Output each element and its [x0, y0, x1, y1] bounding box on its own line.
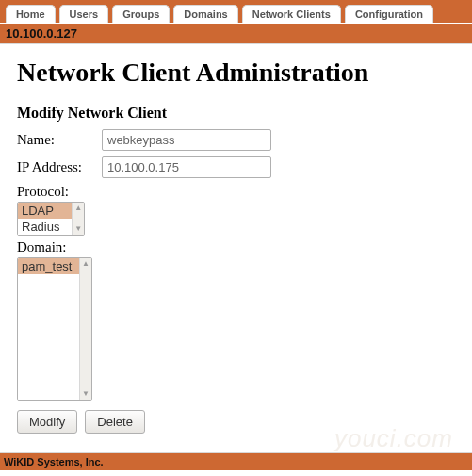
scroll-down-icon[interactable]: ▼: [73, 223, 84, 235]
name-label: Name:: [17, 132, 102, 148]
domain-label: Domain:: [17, 239, 455, 255]
tab-users[interactable]: Users: [59, 5, 109, 23]
ip-input[interactable]: [102, 156, 271, 178]
tab-groups[interactable]: Groups: [112, 5, 170, 23]
scroll-down-icon[interactable]: ▼: [80, 388, 91, 400]
scrollbar[interactable]: ▲ ▼: [72, 203, 84, 235]
tab-network-clients[interactable]: Network Clients: [242, 5, 341, 23]
protocol-option[interactable]: Radius: [18, 219, 72, 235]
delete-button[interactable]: Delete: [85, 410, 145, 434]
scroll-up-icon[interactable]: ▲: [73, 203, 84, 214]
tab-configuration[interactable]: Configuration: [345, 5, 433, 23]
name-input[interactable]: [102, 129, 271, 151]
footer-company: WiKID Systems, Inc.: [0, 452, 472, 471]
protocol-select[interactable]: LDAP Radius: [18, 203, 72, 235]
scrollbar[interactable]: ▲ ▼: [79, 258, 91, 400]
tab-domains[interactable]: Domains: [173, 5, 237, 23]
scroll-up-icon[interactable]: ▲: [80, 258, 91, 270]
ip-bar: 10.100.0.127: [0, 23, 472, 44]
protocol-option[interactable]: LDAP: [18, 203, 72, 219]
domain-option[interactable]: pam_test: [18, 258, 79, 274]
page-title: Network Client Administration: [17, 57, 455, 88]
modify-button[interactable]: Modify: [17, 410, 77, 434]
copyright: [0, 471, 472, 476]
navbar: Home Users Groups Domains Network Client…: [0, 0, 472, 23]
page-subtitle: Modify Network Client: [17, 105, 455, 122]
ip-label: IP Address:: [17, 159, 102, 175]
domain-select[interactable]: pam_test: [18, 258, 79, 400]
tab-home[interactable]: Home: [6, 5, 56, 23]
protocol-label: Protocol:: [17, 184, 455, 200]
